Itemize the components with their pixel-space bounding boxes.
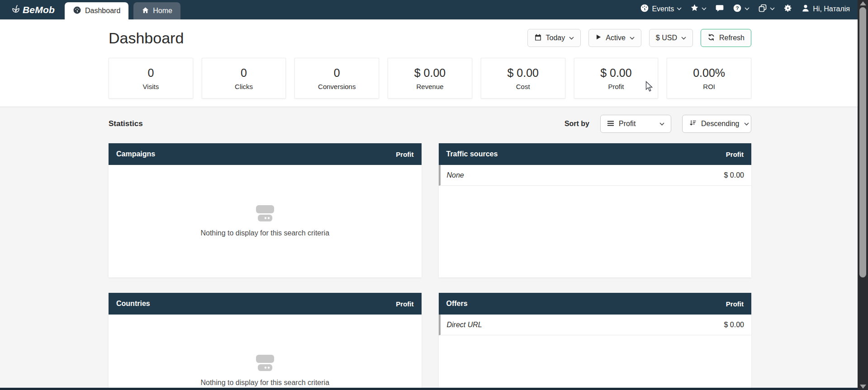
panel-body: Direct URL $ 0.00 [439,315,752,390]
gear-icon [783,4,792,14]
chevron-down-icon [681,37,686,40]
bottom-edge-strip [0,388,868,390]
events-gauge-icon [640,4,649,14]
panels-grid: Campaigns Profit Nothing to display for … [109,143,751,390]
stat-value: 0 [334,66,340,80]
chevron-down-icon [659,122,664,126]
tab-dashboard[interactable]: Dashboard [65,2,128,19]
panel-title: Traffic sources [446,150,498,158]
stat-card-revenue: $ 0.00 Revenue [388,58,472,99]
dashboard-header-section: Dashboard Today [0,19,868,107]
panel-metric-label: Profit [396,150,413,158]
empty-data-icon [255,205,275,224]
brand-name: BeMob [23,5,55,15]
list-icon [607,120,614,128]
sort-field-value: Profit [619,120,655,128]
empty-state: Nothing to display for this search crite… [109,315,422,387]
chevron-down-icon [702,7,707,10]
events-label: Events [652,5,674,13]
sort-direction-select[interactable]: Descending [682,115,751,133]
stat-value: $ 0.00 [414,66,446,80]
favorites-menu[interactable] [690,4,707,14]
bemob-logo[interactable]: BeMob [11,0,55,19]
stats-cards-row: 0 Visits 0 Clicks 0 Conversions $ 0.00 R… [109,58,751,99]
refresh-button[interactable]: Refresh [701,29,751,47]
statistics-section: Statistics Sort by Profit [0,107,868,390]
stat-card-clicks: 0 Clicks [202,58,286,99]
chevron-down-icon [630,37,635,40]
tab-home[interactable]: Home [133,2,180,19]
row-value: $ 0.00 [724,321,744,329]
dashboard-gauge-icon [73,6,81,16]
panel-header: Countries Profit [109,293,422,315]
panel-title: Offers [446,300,468,308]
stat-card-cost: $ 0.00 Cost [481,58,565,99]
scroll-down-arrow[interactable] [860,385,866,389]
toolbar: Today Active $ USD [527,29,751,47]
stat-label: Conversions [318,83,356,90]
stat-label: Clicks [235,83,253,90]
panel-metric-label: Profit [726,300,744,308]
empty-state-text: Nothing to display for this search crite… [200,379,329,387]
status-filter-label: Active [606,34,626,42]
chevron-down-icon [677,7,682,10]
question-icon: ? [733,4,742,14]
panel-header: Traffic sources Profit [439,143,752,165]
sort-field-select[interactable]: Profit [600,115,671,133]
date-range-button[interactable]: Today [527,29,581,47]
stat-card-profit: $ 0.00 Profit [574,58,659,99]
stat-label: Revenue [416,83,443,90]
user-icon [801,4,810,14]
help-menu[interactable]: ? [733,4,749,14]
user-menu[interactable]: Hi, Наталія [801,4,850,14]
status-filter-button[interactable]: Active [588,29,641,47]
events-menu[interactable]: Events [640,4,682,14]
chevron-down-icon [569,37,574,40]
stat-value: $ 0.00 [600,66,632,80]
empty-state: Nothing to display for this search crite… [109,165,422,237]
stacked-windows-icon [758,4,767,14]
tab-home-label: Home [153,7,172,15]
scrollbar-thumb[interactable] [859,7,866,277]
user-greeting: Hi, Наталія [813,5,850,13]
table-row[interactable]: None $ 0.00 [439,165,752,186]
workspaces-menu[interactable] [758,4,775,14]
currency-button[interactable]: $ USD [649,29,693,47]
statistics-heading: Statistics [109,119,143,128]
sort-controls: Sort by Profit Desce [564,115,751,133]
chat-icon [715,4,724,14]
empty-state-text: Nothing to display for this search crite… [200,229,329,237]
stat-value: 0.00% [693,66,725,80]
refresh-icon [707,33,715,43]
stat-label: Profit [608,83,624,90]
panel-campaigns: Campaigns Profit Nothing to display for … [109,143,422,277]
stat-card-visits: 0 Visits [109,58,193,99]
panel-header: Campaigns Profit [109,143,422,165]
stat-label: ROI [703,83,715,90]
table-row[interactable]: Direct URL $ 0.00 [439,315,752,335]
panel-header: Offers Profit [439,293,752,315]
stat-label: Visits [143,83,159,90]
settings-button[interactable] [783,4,792,14]
panel-traffic-sources: Traffic sources Profit None $ 0.00 [439,143,752,277]
sort-descending-icon [689,119,697,128]
scroll-up-arrow[interactable] [860,1,866,5]
vertical-scrollbar[interactable] [858,0,868,390]
chevron-down-icon [770,7,775,10]
calendar-icon [534,33,542,43]
stat-value: 0 [241,66,247,80]
panel-title: Countries [116,300,150,308]
tab-dashboard-label: Dashboard [85,7,120,15]
panel-countries: Countries Profit Nothing to display for … [109,293,422,390]
panel-metric-label: Profit [726,150,744,158]
stat-card-roi: 0.00% ROI [667,58,751,99]
empty-data-icon [255,354,275,373]
stat-card-conversions: 0 Conversions [294,58,379,99]
date-range-label: Today [546,34,565,42]
sort-by-label: Sort by [564,120,589,128]
chat-button[interactable] [715,4,724,14]
panel-offers: Offers Profit Direct URL $ 0.00 [439,293,752,390]
stat-label: Cost [516,83,530,90]
chevron-down-icon [745,7,749,10]
bemob-logo-icon [11,5,20,15]
